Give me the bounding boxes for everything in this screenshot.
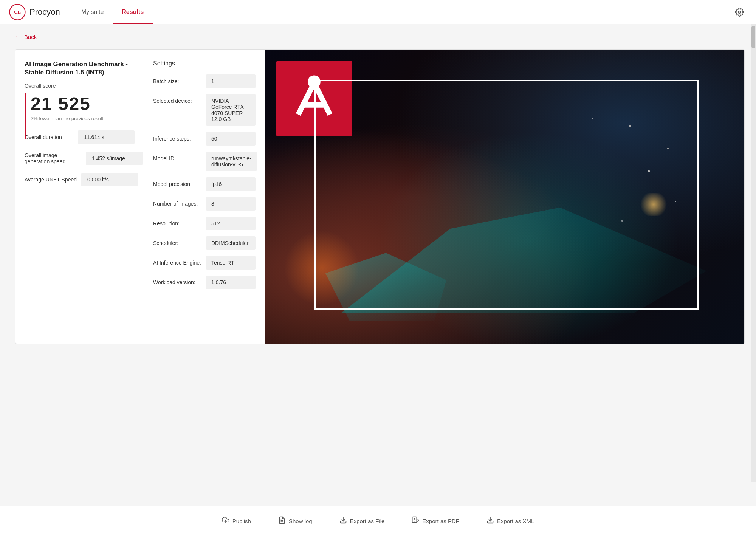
setting-val-7: DDIMScheduler: [206, 236, 256, 250]
export-pdf-label: Export as PDF: [422, 518, 459, 524]
middle-panel: Settings Batch size: 1 Selected device: …: [144, 50, 265, 344]
back-label: Back: [24, 34, 37, 40]
pixel-dot: [621, 220, 623, 222]
setting-key-1: Selected device:: [153, 94, 206, 108]
score-comparison: 2% lower than the previous result: [31, 116, 135, 121]
tab-results[interactable]: Results: [113, 1, 153, 24]
export-pdf-button[interactable]: Export as PDF: [406, 513, 465, 530]
setting-key-5: Number of images:: [153, 197, 206, 211]
setting-val-8: TensorRT: [206, 256, 256, 270]
nav-tabs: My suite Results: [72, 0, 153, 24]
setting-val-1: NVIDIA GeForce RTX 4070 SUPER 12.0 GB: [206, 94, 256, 126]
ai-logo-box: [276, 61, 352, 136]
setting-key-8: AI Inference Engine:: [153, 256, 206, 270]
settings-title: Settings: [153, 60, 256, 67]
publish-button[interactable]: Publish: [216, 513, 257, 530]
setting-row-2: Inference steps: 50: [153, 132, 256, 146]
scrollbar-thumb[interactable]: [751, 26, 755, 48]
tab-my-suite[interactable]: My suite: [72, 1, 113, 24]
pixel-dot: [667, 148, 669, 149]
metrics-list: Overall duration 11.614 s Overall image …: [25, 130, 135, 186]
metric-row: Overall duration 11.614 s: [25, 130, 135, 144]
show-log-label: Show log: [289, 518, 312, 524]
settings-list: Batch size: 1 Selected device: NVIDIA Ge…: [153, 74, 256, 294]
show-log-button[interactable]: Show log: [272, 513, 318, 530]
results-grid: AI Image Generation Benchmark - Stable D…: [15, 49, 745, 344]
publish-icon: [222, 516, 229, 526]
svg-point-2: [738, 11, 741, 13]
top-navigation: UL Procyon My suite Results: [0, 0, 756, 24]
pixel-dot: [648, 170, 650, 172]
setting-key-7: Scheduler:: [153, 236, 206, 250]
metric-value-2: 0.000 it/s: [81, 173, 138, 186]
setting-row-5: Number of images: 8: [153, 197, 256, 211]
back-button[interactable]: ← Back: [15, 33, 37, 40]
setting-row-1: Selected device: NVIDIA GeForce RTX 4070…: [153, 94, 256, 126]
setting-key-4: Model precision:: [153, 177, 206, 191]
content-area: ← Back AI Image Generation Benchmark - S…: [0, 24, 756, 506]
setting-key-6: Resolution:: [153, 217, 206, 230]
export-xml-button[interactable]: Export as XML: [480, 513, 540, 530]
export-xml-label: Export as XML: [497, 518, 534, 524]
export-file-icon: [339, 516, 347, 526]
export-pdf-icon: [412, 516, 419, 526]
setting-val-2: 50: [206, 132, 256, 146]
warm-glow: [284, 230, 359, 306]
export-file-label: Export as File: [350, 518, 385, 524]
benchmark-image: [265, 50, 744, 344]
setting-val-5: 8: [206, 197, 256, 211]
app-logo: UL Procyon: [9, 4, 60, 20]
pixel-dot: [629, 125, 631, 127]
overall-score-label: Overall score: [25, 83, 135, 89]
setting-row-6: Resolution: 512: [153, 217, 256, 230]
setting-key-9: Workload version:: [153, 276, 206, 289]
left-panel: AI Image Generation Benchmark - Stable D…: [15, 50, 144, 344]
metric-value-0: 11.614 s: [78, 130, 135, 144]
setting-row-3: Model ID: runwayml/stable-diffusion-v1-5: [153, 152, 256, 171]
metric-row: Average UNET Speed 0.000 it/s: [25, 173, 135, 186]
setting-row-9: Workload version: 1.0.76: [153, 276, 256, 289]
setting-row-8: AI Inference Engine: TensorRT: [153, 256, 256, 270]
metric-label-0: Overall duration: [25, 134, 62, 140]
settings-icon[interactable]: [732, 5, 747, 20]
pixel-dot: [675, 201, 676, 202]
setting-row-0: Batch size: 1: [153, 74, 256, 88]
export-file-button[interactable]: Export as File: [333, 513, 391, 530]
publish-label: Publish: [232, 518, 251, 524]
setting-row-4: Model precision: fp16: [153, 177, 256, 191]
setting-key-3: Model ID:: [153, 152, 206, 165]
setting-row-7: Scheduler: DDIMScheduler: [153, 236, 256, 250]
setting-key-0: Batch size:: [153, 74, 206, 88]
score-container: 21 525 2% lower than the previous result: [25, 93, 135, 121]
setting-val-0: 1: [206, 74, 256, 88]
right-panel: [265, 50, 744, 344]
back-arrow-icon: ←: [15, 33, 21, 40]
pixel-dot: [592, 118, 593, 119]
export-xml-icon: [486, 516, 494, 526]
setting-val-4: fp16: [206, 177, 256, 191]
setting-key-2: Inference steps:: [153, 132, 206, 146]
bright-spot: [638, 193, 669, 216]
svg-text:UL: UL: [14, 9, 21, 15]
metric-row: Overall image generation speed 1.452 s/i…: [25, 152, 135, 165]
score-bar: [25, 93, 26, 139]
app-name: Procyon: [29, 7, 60, 17]
scrollbar[interactable]: [751, 24, 756, 482]
metric-label-2: Average UNET Speed: [25, 177, 77, 183]
show-log-icon: [278, 516, 286, 526]
setting-val-6: 512: [206, 217, 256, 230]
setting-val-9: 1.0.76: [206, 276, 256, 289]
main-content: ← Back AI Image Generation Benchmark - S…: [0, 24, 756, 506]
bottom-toolbar: Publish Show log Export as File: [0, 506, 756, 536]
setting-val-3: runwayml/stable-diffusion-v1-5: [206, 152, 257, 171]
metric-label-1: Overall image generation speed: [25, 152, 81, 164]
metric-value-1: 1.452 s/image: [86, 152, 143, 165]
benchmark-title: AI Image Generation Benchmark - Stable D…: [25, 60, 135, 77]
ul-logo-icon: UL: [9, 4, 26, 20]
ai-logo-svg: [288, 72, 341, 125]
score-number: 21 525: [31, 93, 135, 114]
